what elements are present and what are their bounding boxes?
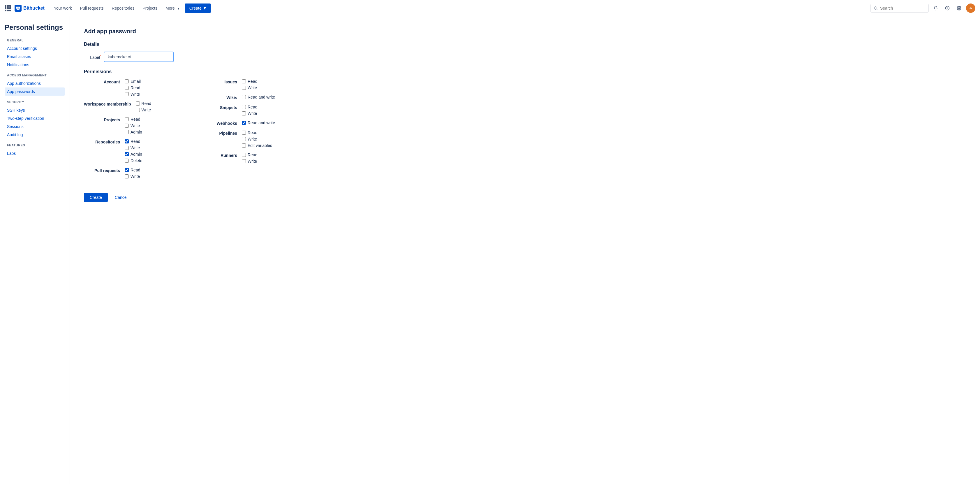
perm-check-item[interactable]: Read xyxy=(125,117,142,121)
perm-check-item[interactable]: Write xyxy=(125,92,141,96)
perm-checkbox[interactable] xyxy=(242,105,246,109)
perm-check-item[interactable]: Admin xyxy=(125,152,142,157)
perm-check-item[interactable]: Delete xyxy=(125,158,142,163)
sidebar-item-email-aliases[interactable]: Email aliases xyxy=(5,53,65,61)
permissions-wrapper: AccountEmailReadWriteWorkspace membershi… xyxy=(84,79,318,184)
perm-check-item[interactable]: Read and write xyxy=(242,95,275,99)
perm-check-item[interactable]: Write xyxy=(242,111,257,116)
perm-checkbox[interactable] xyxy=(242,121,246,125)
perm-group: Workspace membershipReadWrite xyxy=(84,101,201,112)
logo-text: Bitbucket xyxy=(23,6,45,11)
perm-checkbox[interactable] xyxy=(242,111,246,115)
perm-check-item[interactable]: Write xyxy=(125,174,140,179)
perm-checkbox[interactable] xyxy=(125,146,129,150)
perm-check-item[interactable]: Read and write xyxy=(242,120,275,125)
perm-check-item[interactable]: Email xyxy=(125,79,141,84)
perm-check-item[interactable]: Edit variables xyxy=(242,143,272,148)
details-section-title: Details xyxy=(84,42,318,47)
perm-check-item[interactable]: Read xyxy=(242,79,257,84)
sidebar-item-labs[interactable]: Labs xyxy=(5,149,65,157)
perm-checkbox[interactable] xyxy=(242,86,246,90)
perm-check-label: Delete xyxy=(130,158,142,163)
perm-checkbox[interactable] xyxy=(242,79,246,83)
perm-checkbox[interactable] xyxy=(242,153,246,157)
label-input[interactable] xyxy=(104,52,173,62)
perm-check-item[interactable]: Read xyxy=(242,152,257,157)
perm-check-label: Read xyxy=(130,168,140,173)
search-input[interactable] xyxy=(880,6,926,11)
perm-checkbox[interactable] xyxy=(125,79,129,83)
perm-checkbox[interactable] xyxy=(125,86,129,90)
perm-check-item[interactable]: Read xyxy=(136,101,151,106)
perm-check-label: Write xyxy=(130,123,140,128)
perm-check-item[interactable]: Read xyxy=(125,85,141,90)
perm-checkbox[interactable] xyxy=(136,101,140,105)
perm-check-item[interactable]: Read xyxy=(242,105,257,109)
perm-group-label: Runners xyxy=(201,152,242,164)
perm-check-item[interactable]: Read xyxy=(125,139,142,144)
perm-check-item[interactable]: Write xyxy=(242,85,257,90)
notifications-button[interactable] xyxy=(931,3,940,13)
perm-check-label: Read xyxy=(248,105,257,109)
sidebar-item-two-step[interactable]: Two-step verification xyxy=(5,114,65,123)
perm-check-label: Write xyxy=(130,174,140,179)
perm-checkbox[interactable] xyxy=(242,137,246,141)
bell-icon xyxy=(933,6,938,11)
perm-check-item[interactable]: Write xyxy=(136,108,151,112)
perm-checkbox[interactable] xyxy=(125,152,129,156)
perm-check-item[interactable]: Write xyxy=(125,123,142,128)
nav-repositories[interactable]: Repositories xyxy=(108,3,138,13)
sidebar-item-app-passwords[interactable]: App passwords xyxy=(5,88,65,96)
help-icon xyxy=(945,6,950,11)
sidebar-item-audit-log[interactable]: Audit log xyxy=(5,131,65,139)
sidebar: Personal settings GENERAL Account settin… xyxy=(0,16,70,484)
perm-checkbox[interactable] xyxy=(125,124,129,128)
perm-checkbox[interactable] xyxy=(125,139,129,144)
perm-checkbox[interactable] xyxy=(242,95,246,99)
perm-check-item[interactable]: Admin xyxy=(125,130,142,134)
sidebar-item-app-authorizations[interactable]: App authorizations xyxy=(5,79,65,88)
perm-checkbox[interactable] xyxy=(125,168,129,172)
sidebar-item-ssh-keys[interactable]: SSH keys xyxy=(5,106,65,114)
avatar[interactable]: A xyxy=(966,3,975,13)
sidebar-item-notifications[interactable]: Notifications xyxy=(5,61,65,69)
perm-check-label: Write xyxy=(248,85,257,90)
help-button[interactable] xyxy=(943,3,952,13)
settings-button[interactable] xyxy=(955,3,964,13)
perm-checkbox[interactable] xyxy=(242,144,246,147)
perm-check-item[interactable]: Read xyxy=(242,130,272,135)
perm-group: PipelinesReadWriteEdit variables xyxy=(201,130,318,148)
cancel-button[interactable]: Cancel xyxy=(111,193,131,202)
perm-check-item[interactable]: Read xyxy=(125,168,140,173)
logo[interactable]: Bitbucket xyxy=(14,5,45,12)
perm-checkbox[interactable] xyxy=(125,117,129,121)
perm-group: Pull requestsReadWrite xyxy=(84,168,201,179)
nav-pull-requests[interactable]: Pull requests xyxy=(76,3,107,13)
navbar: Bitbucket Your work Pull requests Reposi… xyxy=(0,0,980,16)
form-title: Add app password xyxy=(84,28,318,35)
permissions-left-column: AccountEmailReadWriteWorkspace membershi… xyxy=(84,79,201,184)
nav-projects[interactable]: Projects xyxy=(139,3,161,13)
perm-checkbox[interactable] xyxy=(125,92,129,96)
create-button[interactable]: Create xyxy=(84,193,108,202)
nav-your-work[interactable]: Your work xyxy=(50,3,75,13)
create-button[interactable]: Create xyxy=(185,3,211,13)
perm-check-item[interactable]: Write xyxy=(242,137,272,141)
perm-check-label: Write xyxy=(248,111,257,116)
perm-checkbox[interactable] xyxy=(125,159,129,163)
perm-check-item[interactable]: Write xyxy=(242,159,257,164)
perm-checkbox[interactable] xyxy=(125,174,129,179)
app-switcher-icon[interactable] xyxy=(5,5,11,11)
sidebar-item-account-settings[interactable]: Account settings xyxy=(5,44,65,53)
perm-checkbox[interactable] xyxy=(242,159,246,163)
sidebar-item-sessions[interactable]: Sessions xyxy=(5,123,65,131)
nav-more[interactable]: More ▼ xyxy=(162,3,183,13)
perm-checkbox[interactable] xyxy=(242,131,246,135)
perm-check-label: Write xyxy=(130,145,140,150)
perm-checkbox[interactable] xyxy=(136,108,140,112)
search-box[interactable] xyxy=(870,4,929,13)
perm-check-label: Write xyxy=(248,137,257,141)
form-buttons: Create Cancel xyxy=(84,193,318,202)
perm-check-item[interactable]: Write xyxy=(125,145,142,150)
perm-checkbox[interactable] xyxy=(125,130,129,134)
